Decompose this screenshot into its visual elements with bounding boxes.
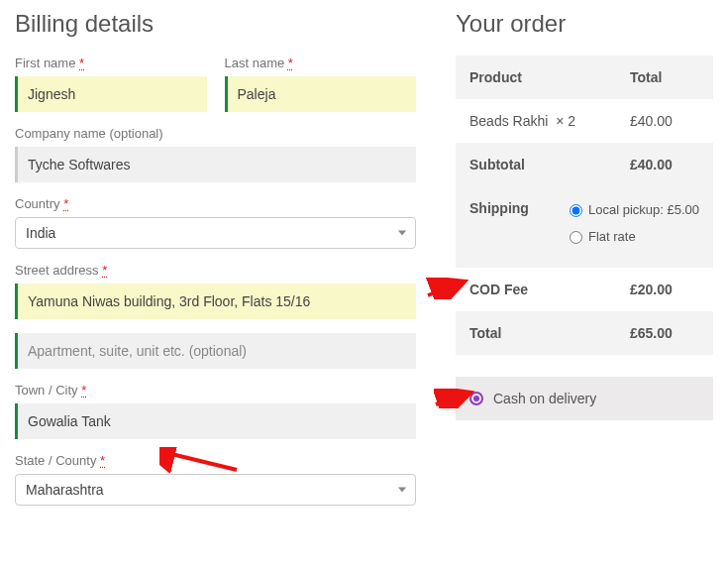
state-label: State / County * [15, 453, 416, 468]
subtotal-label: Subtotal [469, 157, 630, 172]
required-asterisk: * [102, 263, 107, 278]
last-name-input[interactable] [228, 76, 417, 112]
first-name-input[interactable] [18, 76, 207, 112]
shipping-label: Shipping [469, 200, 570, 216]
shipping-flat-rate-label: Flat rate [588, 227, 636, 248]
required-asterisk: * [81, 383, 86, 398]
cod-fee-row: COD Fee £20.00 [456, 268, 713, 311]
total-label: Total [469, 325, 630, 341]
order-header-row: Product Total [456, 56, 713, 99]
annotation-arrow-icon [426, 278, 469, 299]
first-name-label: First name * [15, 56, 207, 70]
company-input[interactable] [18, 147, 416, 182]
product-header: Product [469, 69, 630, 85]
order-section: Your order Product Total Beads Rakhi × 2… [456, 10, 713, 519]
required-asterisk: * [100, 453, 105, 468]
subtotal-value: £40.00 [630, 157, 699, 172]
required-asterisk: * [63, 196, 68, 211]
total-value: £65.00 [630, 325, 699, 341]
total-header: Total [630, 69, 699, 85]
shipping-local-pickup-radio[interactable] [570, 204, 582, 217]
country-label: Country * [15, 196, 416, 211]
city-label: Town / City * [15, 383, 416, 398]
order-item-row: Beads Rakhi × 2 £40.00 [456, 99, 713, 143]
country-select[interactable]: India [15, 217, 416, 249]
billing-section: Billing details First name * Last name * [15, 10, 416, 519]
order-item-total: £40.00 [630, 113, 699, 129]
required-asterisk: * [79, 56, 84, 70]
payment-cod-radio[interactable] [469, 392, 483, 405]
cod-fee-value: £20.00 [630, 282, 699, 297]
last-name-label: Last name * [225, 56, 417, 70]
subtotal-row: Subtotal £40.00 [456, 143, 713, 186]
state-select[interactable]: Maharashtra [15, 474, 416, 506]
svg-line-1 [428, 283, 462, 295]
payment-method-row: Cash on delivery [456, 377, 713, 420]
svg-line-2 [436, 394, 468, 404]
city-input[interactable] [18, 403, 416, 439]
required-asterisk: * [288, 56, 293, 70]
street2-input[interactable] [18, 333, 416, 369]
shipping-row: Shipping Local pickup: £5.00 Flat rate [456, 186, 713, 268]
shipping-local-pickup-label: Local pickup: £5.00 [588, 200, 699, 221]
total-row: Total £65.00 [456, 311, 713, 355]
company-label: Company name (optional) [15, 126, 416, 141]
cod-fee-label: COD Fee [469, 282, 630, 297]
payment-cod-label: Cash on delivery [493, 391, 596, 406]
street-label: Street address * [15, 263, 416, 278]
order-item-name: Beads Rakhi × 2 [469, 113, 630, 129]
shipping-flat-rate-radio[interactable] [570, 231, 582, 244]
billing-heading: Billing details [15, 10, 416, 38]
street-input[interactable] [18, 284, 416, 319]
order-heading: Your order [456, 10, 713, 38]
